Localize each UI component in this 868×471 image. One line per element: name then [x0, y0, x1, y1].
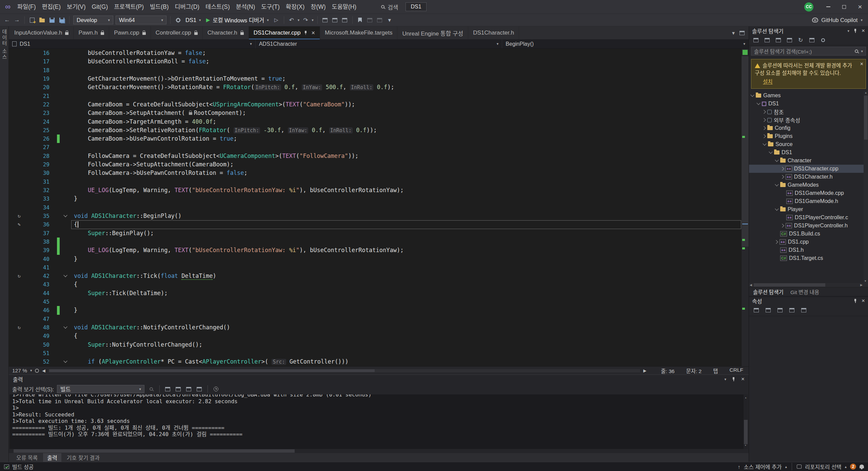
- menu-item[interactable]: Git(G): [89, 0, 111, 14]
- editor-tab[interactable]: Pawn.cpp: [109, 26, 151, 39]
- window-menu-icon[interactable]: ▾: [725, 377, 727, 382]
- menu-item[interactable]: 확장(X): [283, 0, 308, 14]
- view-code-icon[interactable]: [808, 37, 815, 44]
- expander-icon[interactable]: [775, 207, 778, 210]
- repository-menu-icon[interactable]: ▴: [845, 465, 847, 469]
- expander-icon[interactable]: [769, 150, 772, 153]
- breadcrumb-project[interactable]: DS1 ▾: [9, 39, 256, 48]
- quick-build-menu-icon[interactable]: [341, 16, 349, 24]
- panel-tab[interactable]: 출력: [43, 453, 61, 462]
- expander-icon[interactable]: [774, 240, 778, 244]
- tree-item[interactable]: ++DS1.h: [749, 246, 868, 254]
- zoom-dropdown-icon[interactable]: ▾: [30, 368, 32, 373]
- save-all-icon[interactable]: [58, 16, 65, 24]
- messages-icon[interactable]: [800, 307, 807, 314]
- pin-icon[interactable]: [853, 28, 857, 33]
- next-bookmark-icon[interactable]: [376, 16, 383, 24]
- close-panel-icon[interactable]: ×: [862, 298, 865, 304]
- expander-icon[interactable]: [775, 158, 778, 162]
- editor-scrollbar[interactable]: [741, 49, 749, 366]
- tree-item[interactable]: ++DS1PlayerController.c: [749, 213, 868, 222]
- navigate-backward-icon[interactable]: ←: [3, 16, 11, 24]
- property-pages-icon[interactable]: [776, 307, 784, 314]
- categorized-icon[interactable]: [752, 307, 760, 314]
- scroll-right-icon[interactable]: ▶: [643, 368, 646, 373]
- menu-item[interactable]: 편집(E): [39, 0, 64, 14]
- expander-icon[interactable]: [780, 175, 784, 179]
- previous-bookmark-icon[interactable]: [366, 16, 374, 24]
- editor-tab[interactable]: Character.h: [203, 26, 249, 39]
- word-wrap-icon[interactable]: [196, 385, 203, 393]
- close-panel-icon[interactable]: ×: [862, 27, 865, 34]
- redo-dropdown-icon[interactable]: ▾: [312, 18, 314, 22]
- open-file-icon[interactable]: [38, 16, 46, 24]
- menu-item[interactable]: 창(W): [308, 0, 329, 14]
- clear-all-icon[interactable]: [185, 385, 193, 393]
- expander-icon[interactable]: [780, 167, 784, 170]
- solution-platform-combo[interactable]: Win64▾: [116, 16, 166, 24]
- reference-icon[interactable]: ↻: [18, 323, 21, 332]
- start-without-debugging-icon[interactable]: ▷: [273, 16, 280, 24]
- previous-message-icon[interactable]: [164, 385, 172, 393]
- menu-item[interactable]: 파일(F): [14, 0, 39, 14]
- alphabetical-icon[interactable]: [764, 307, 772, 314]
- undo-icon[interactable]: ↶: [288, 16, 295, 24]
- explorer-tab[interactable]: 솔루션 탐색기: [753, 288, 784, 295]
- fold-collapse-icon[interactable]: [63, 325, 67, 328]
- tree-item[interactable]: ++DS1GameMode.cpp: [749, 189, 868, 197]
- expander-icon[interactable]: [762, 118, 766, 122]
- tree-item[interactable]: DS1: [749, 148, 868, 157]
- expander-icon[interactable]: [756, 101, 760, 105]
- notification-badge[interactable]: 2: [850, 464, 856, 470]
- tree-item[interactable]: ++DS1GameMode.h: [749, 197, 868, 205]
- select-repository-button[interactable]: 리포지토리 선택: [805, 463, 842, 471]
- close-infobar-icon[interactable]: ×: [860, 60, 863, 68]
- search-options-icon[interactable]: ▾: [861, 49, 863, 54]
- breadcrumb-member[interactable]: BeginPlay() ▾: [502, 39, 749, 48]
- timestamp-icon[interactable]: [212, 385, 220, 393]
- events-icon[interactable]: [788, 307, 795, 314]
- properties-icon[interactable]: [819, 37, 827, 44]
- close-panel-icon[interactable]: ×: [741, 376, 745, 383]
- expander-icon[interactable]: [763, 142, 766, 145]
- tree-item[interactable]: Games: [749, 91, 868, 100]
- expander-icon[interactable]: [762, 134, 766, 138]
- tree-item[interactable]: Source: [749, 140, 868, 148]
- tree-item[interactable]: ++DS1Character.h: [749, 173, 868, 181]
- menu-item[interactable]: 프로젝트(P): [111, 0, 147, 14]
- tree-item[interactable]: DS1: [749, 100, 868, 108]
- navigate-forward-icon[interactable]: →: [13, 16, 21, 24]
- pin-icon[interactable]: [853, 299, 857, 303]
- redo-icon[interactable]: ↷: [302, 16, 309, 24]
- document-status-item[interactable]: 문자: 2: [686, 367, 702, 374]
- toolbar-options-icon[interactable]: ▾: [386, 16, 393, 24]
- bookmark-icon[interactable]: [356, 16, 364, 24]
- fold-collapse-icon[interactable]: [63, 213, 67, 217]
- search-box[interactable]: 검색: [381, 3, 398, 11]
- maximize-button[interactable]: [836, 0, 852, 14]
- tree-item[interactable]: C#DS1.Target.cs: [749, 254, 868, 262]
- fold-collapse-icon[interactable]: [63, 273, 67, 277]
- start-debugging-button[interactable]: ▶ 로컬 Windows 디버거 ▾: [205, 16, 270, 24]
- expander-icon[interactable]: [780, 224, 784, 227]
- install-link[interactable]: 설치: [763, 78, 773, 86]
- panel-tab[interactable]: 오류 목록: [12, 453, 42, 462]
- startup-project-combo[interactable]: DS1▾: [184, 17, 202, 23]
- menu-item[interactable]: 도구(T): [258, 0, 283, 14]
- output-vertical-scrollbar[interactable]: ▴▾: [744, 394, 748, 449]
- editor-tab[interactable]: DS1Character.h: [468, 26, 519, 39]
- new-project-icon[interactable]: [28, 16, 36, 24]
- code-area[interactable]: 16 bUseControllerRotationYaw = false;17 …: [9, 49, 741, 366]
- health-indicator-icon[interactable]: [35, 369, 39, 373]
- tree-item[interactable]: ++DS1Character.cpp: [749, 165, 868, 173]
- menu-item[interactable]: 테스트(S): [202, 0, 233, 14]
- tree-item[interactable]: Character: [749, 157, 868, 165]
- output-source-combo[interactable]: 빌드▾: [57, 385, 144, 393]
- add-to-source-control-button[interactable]: 소스 제어에 추가: [744, 463, 782, 471]
- expander-icon[interactable]: [775, 182, 778, 186]
- account-avatar[interactable]: CC: [804, 2, 813, 12]
- refresh-icon[interactable]: ↻: [797, 37, 804, 44]
- show-all-files-icon[interactable]: [786, 37, 793, 44]
- switch-views-icon[interactable]: [752, 37, 760, 44]
- expander-icon[interactable]: [762, 110, 766, 114]
